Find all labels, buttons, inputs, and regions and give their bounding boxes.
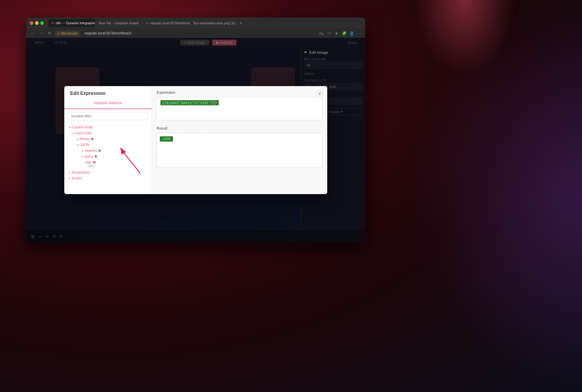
bg-glow-right	[407, 0, 582, 392]
tab-n8n-label: n8n → Dynamic Infographic	[56, 21, 95, 25]
tab-unsplash[interactable]: New Tab – Unsplash Instant ×	[96, 19, 143, 27]
result-label: Result	[157, 126, 323, 130]
variable-filter-input[interactable]	[68, 112, 148, 120]
tab-unsplash-close[interactable]: ×	[142, 22, 143, 25]
headers-arrow	[81, 149, 85, 153]
traffic-lights	[30, 21, 44, 25]
result-section: Result 1900	[152, 123, 327, 194]
browser-content: INPUT HTTP R... ✏ Edit Image ▶ Execute B…	[26, 38, 365, 242]
tree-item-json[interactable]: JSON	[67, 142, 149, 148]
result-value: 1900	[160, 136, 173, 142]
result-box: 1900	[157, 133, 323, 168]
binary-dot	[91, 138, 93, 140]
headers-label: headers	[85, 149, 97, 153]
variable-selector-header: Variable Selector	[64, 98, 152, 109]
current-node-label: Current Node	[72, 125, 93, 129]
browser-titlebar: ⟳ n8n → Dynamic Infographic × New Tab – …	[26, 18, 365, 29]
stat-dot	[93, 161, 96, 163]
query-dot	[95, 155, 97, 158]
menu-icon[interactable]: ⋯	[356, 30, 362, 36]
new-tab-button[interactable]: +	[238, 20, 244, 26]
bg-glow-top	[407, 0, 524, 88]
tree-item-nodes[interactable]: Nodes	[67, 175, 149, 181]
parameters-label: Parameters	[72, 170, 90, 175]
tree-item-stat[interactable]: stat 1900	[67, 159, 149, 168]
tab-rasputin-label: rasputin.local:5678/webhook-...	[150, 21, 190, 25]
security-text: Not Secure	[61, 32, 77, 35]
modal-close-button[interactable]: ×	[316, 90, 324, 98]
shield-icon[interactable]: 🛡	[326, 30, 332, 36]
binary-label-text: Binary	[80, 137, 90, 141]
expression-editor[interactable]: {{$json["query"]["stat"]}}	[157, 97, 323, 120]
json-label: JSON	[80, 143, 89, 147]
reader-icon[interactable]: Aa	[318, 30, 324, 36]
reload-button[interactable]: ↻	[47, 30, 53, 36]
json-arrow	[76, 143, 80, 147]
tree-item-parameters[interactable]: Parameters	[67, 170, 149, 175]
stat-label: stat	[85, 160, 91, 164]
modal-overlay: Edit Expression Variable Selector Curren…	[26, 38, 365, 242]
profile-icon[interactable]: 👤	[349, 30, 355, 36]
maximize-window-button[interactable]	[40, 21, 44, 25]
variable-tree: Current Node Input Data Binary	[64, 123, 152, 182]
expression-code: {{$json["query"]["stat"]}}	[160, 100, 219, 105]
expression-label: Expression	[157, 90, 323, 95]
parameters-arrow	[68, 170, 72, 175]
warning-icon: ⚠	[57, 32, 60, 35]
query-label: query	[85, 154, 93, 158]
browser-actions: Aa 🛡 ★ 🧩 👤 ⋯	[318, 30, 362, 36]
url-field[interactable]: rasputin.local:5678/workflow/3	[82, 31, 316, 36]
headers-dot	[98, 149, 101, 152]
back-button[interactable]: ←	[29, 30, 36, 36]
tab-tiny[interactable]: tiny-automation-stats.png (10... ×	[190, 19, 237, 27]
stat-value: 1900	[86, 164, 94, 168]
tree-item-binary[interactable]: Binary	[67, 136, 149, 142]
close-window-button[interactable]	[30, 21, 33, 25]
tab-n8n-icon: ⟳	[51, 21, 54, 25]
query-arrow	[81, 154, 85, 158]
current-node-arrow	[68, 125, 72, 129]
tab-rasputin[interactable]: ⟳ rasputin.local:5678/webhook-... ×	[143, 19, 190, 27]
minimize-window-button[interactable]	[35, 21, 39, 25]
input-data-label: Input Data	[75, 131, 91, 135]
tree-item-query[interactable]: query	[67, 154, 149, 159]
expression-section: Expression {{$json["query"]["stat"]}}	[152, 86, 327, 123]
address-bar: ← → ↻ ⚠ Not Secure rasputin.local:5678/w…	[26, 29, 365, 38]
tab-rasputin-icon: ⟳	[146, 22, 148, 25]
tab-tiny-label: tiny-automation-stats.png (10...	[193, 21, 237, 25]
nodes-label: Nodes	[72, 176, 82, 180]
modal-title: Edit Expression	[64, 86, 152, 98]
variable-selector-panel: Edit Expression Variable Selector Curren…	[64, 86, 152, 194]
edit-expression-modal: Edit Expression Variable Selector Curren…	[64, 86, 327, 194]
tree-item-current-node[interactable]: Current Node	[67, 124, 149, 130]
forward-button[interactable]: →	[38, 30, 44, 36]
tab-unsplash-label: New Tab – Unsplash Instant	[99, 21, 139, 25]
expression-panel: Expression {{$json["query"]["stat"]}} Re…	[152, 86, 327, 194]
nodes-arrow	[68, 176, 72, 180]
extensions-icon[interactable]: 🧩	[341, 30, 347, 36]
tree-item-input-data[interactable]: Input Data	[67, 130, 149, 136]
bookmark-icon[interactable]: ★	[334, 30, 340, 36]
security-badge: ⚠ Not Secure	[55, 31, 80, 36]
browser-window: ⟳ n8n → Dynamic Infographic × New Tab – …	[26, 18, 365, 242]
input-data-arrow	[71, 131, 75, 135]
tab-n8n[interactable]: ⟳ n8n → Dynamic Infographic ×	[49, 19, 95, 27]
binary-arrow	[76, 137, 80, 141]
tree-item-headers[interactable]: headers	[67, 148, 149, 154]
tab-bar: ⟳ n8n → Dynamic Infographic × New Tab – …	[49, 18, 362, 29]
